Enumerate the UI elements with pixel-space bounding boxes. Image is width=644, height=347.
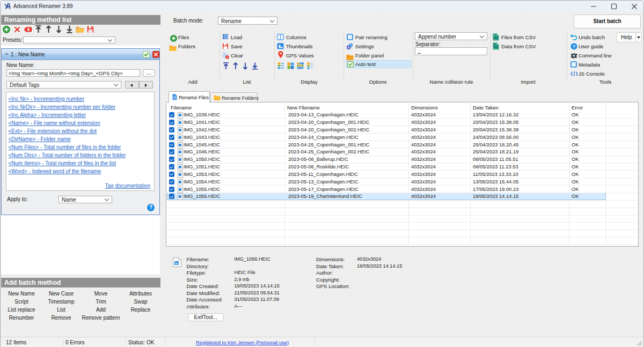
svg-text:?: ? (573, 44, 576, 49)
